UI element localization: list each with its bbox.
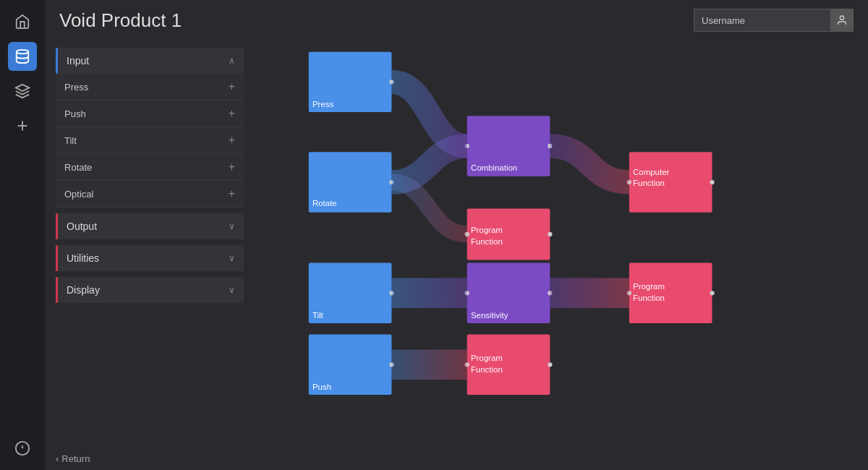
optical-item[interactable]: Optical + [56,181,244,208]
content-area: Input ∧ Press + Push + Tilt + [45,40,868,448]
push-node[interactable] [309,335,392,395]
svg-point-35 [389,362,393,367]
left-panel: Input ∧ Press + Push + Tilt + [45,40,255,448]
svg-point-7 [840,16,843,20]
svg-point-18 [710,180,714,184]
svg-text:Sensitivity: Sensitivity [471,311,509,320]
svg-rect-40 [391,349,467,380]
user-area [694,9,854,32]
svg-rect-33 [550,278,629,308]
svg-text:Function: Function [471,365,503,374]
utilities-section-header[interactable]: Utilities ∨ [56,245,244,271]
program-function-2-node[interactable] [629,263,712,323]
utilities-chevron: ∨ [229,253,235,263]
return-chevron-icon: ‹ [56,453,59,464]
svg-point-13 [465,144,469,148]
display-label: Display [67,284,100,296]
computer-function-node[interactable] [629,152,712,212]
optical-label: Optical [64,189,93,200]
svg-point-17 [627,180,631,184]
svg-point-11 [389,180,393,184]
input-section-header[interactable]: Input ∧ [56,48,244,74]
input-label: Input [67,55,89,67]
combination-node[interactable] [467,116,550,176]
svg-point-30 [627,291,631,295]
svg-point-31 [710,291,714,295]
svg-point-27 [548,291,552,295]
optical-add-icon[interactable]: + [229,187,235,200]
svg-point-9 [389,80,393,84]
svg-text:Press: Press [312,100,334,108]
svg-point-26 [465,291,469,295]
press-item[interactable]: Press + [56,74,244,101]
push-item[interactable]: Push + [56,101,244,127]
program-function-1-node[interactable] [467,208,550,260]
return-button[interactable]: ‹ Return [56,453,90,464]
flow-svg: Press Rotate Combination Computer Functi… [255,40,868,448]
svg-text:Program: Program [471,354,503,362]
svg-rect-32 [391,278,467,308]
return-label: Return [61,453,90,464]
sidebar [0,0,45,470]
output-section-header[interactable]: Output ∨ [56,213,244,239]
display-section: Display ∨ [56,277,244,303]
program-function-3-node[interactable] [467,335,550,395]
tilt-item[interactable]: Tilt + [56,127,244,154]
canvas-area: Press Rotate Combination Computer Functi… [255,40,868,448]
display-chevron: ∨ [229,285,235,295]
database-nav-item[interactable] [8,42,37,71]
svg-point-21 [465,232,469,236]
output-section: Output ∨ [56,213,244,239]
svg-point-38 [465,362,469,367]
footer: ‹ Return [45,448,868,470]
svg-marker-1 [16,85,29,91]
tilt-label: Tilt [64,135,77,146]
layers-nav-item[interactable] [8,77,37,106]
svg-point-24 [389,291,393,295]
username-input[interactable] [694,9,830,32]
input-section: Input ∧ Press + Push + Tilt + [56,48,244,208]
main-area: Void Product 1 Input ∧ Pr [45,0,868,470]
rotate-label: Rotate [64,162,92,173]
push-label: Push [64,108,86,119]
output-label: Output [67,221,97,232]
utilities-section: Utilities ∨ [56,245,244,271]
svg-text:Function: Function [471,236,503,245]
page-title: Void Product 1 [59,9,182,32]
tilt-add-icon[interactable]: + [229,134,235,147]
svg-text:Combination: Combination [471,163,517,172]
display-section-header[interactable]: Display ∨ [56,277,244,303]
svg-text:Function: Function [633,294,665,302]
svg-point-39 [548,362,552,367]
svg-text:Program: Program [471,226,503,234]
svg-text:Tilt: Tilt [312,311,324,320]
svg-point-0 [17,50,29,54]
info-nav-item[interactable] [8,434,37,463]
utilities-label: Utilities [67,252,99,264]
push-add-icon[interactable]: + [229,107,235,120]
tilt-node[interactable] [309,263,392,323]
header: Void Product 1 [45,0,868,40]
press-add-icon[interactable]: + [229,80,235,93]
rotate-item[interactable]: Rotate + [56,154,244,181]
rotate-node[interactable] [309,152,392,212]
svg-text:Program: Program [633,282,665,291]
svg-text:Rotate: Rotate [312,199,337,208]
rotate-add-icon[interactable]: + [229,161,235,174]
home-nav-item[interactable] [8,7,37,36]
svg-point-22 [548,232,552,236]
sensitivity-node[interactable] [467,263,550,323]
input-items: Press + Push + Tilt + Rotate + [56,74,244,208]
press-label: Press [64,82,88,93]
add-nav-item[interactable] [8,111,37,140]
press-node[interactable] [309,52,392,112]
svg-text:Push: Push [312,383,331,391]
svg-text:Computer: Computer [633,168,669,176]
input-chevron: ∧ [229,56,235,66]
output-chevron: ∨ [229,221,235,231]
svg-point-14 [548,144,552,148]
avatar [830,9,854,32]
svg-text:Function: Function [633,179,665,187]
